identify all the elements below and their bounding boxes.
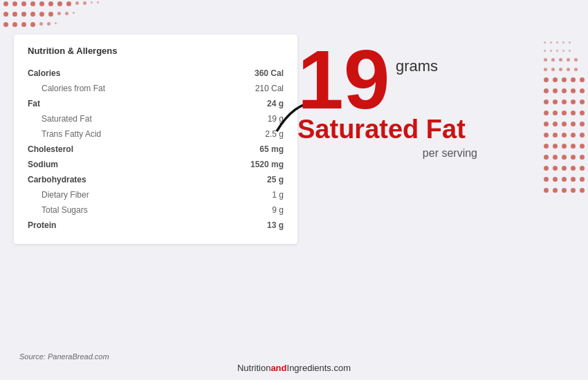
dot	[562, 122, 567, 126]
dot	[544, 122, 549, 126]
dot	[551, 68, 555, 71]
dot	[48, 1, 53, 6]
table-row: Protein13 g	[28, 218, 284, 233]
dot	[571, 99, 576, 104]
dot	[544, 188, 549, 193]
dot	[3, 1, 8, 6]
dot	[580, 133, 585, 137]
dot	[571, 188, 576, 193]
nutrient-label: Sodium	[28, 157, 207, 172]
dot	[580, 144, 585, 149]
dot	[580, 122, 585, 126]
dot	[66, 1, 71, 6]
dot	[21, 12, 26, 17]
big-stat: 19 grams Saturated Fat per serving	[297, 38, 477, 160]
dot	[544, 133, 549, 137]
dot	[550, 41, 552, 44]
dot	[544, 41, 546, 44]
nutrient-label: Calories from Fat	[28, 81, 207, 96]
dot	[580, 88, 585, 93]
dot	[39, 1, 44, 6]
dot	[559, 58, 562, 61]
table-row: Fat24 g	[28, 96, 284, 111]
dot	[30, 1, 35, 6]
dot	[562, 155, 567, 160]
stat-sublabel: per serving	[297, 147, 477, 160]
footer-suffix: Ingredients.com	[287, 363, 351, 373]
dot	[57, 12, 61, 15]
nutrient-value: 25 g	[207, 172, 284, 187]
dot	[544, 177, 549, 182]
dot	[39, 12, 44, 17]
dot	[553, 144, 558, 149]
dot	[55, 22, 57, 24]
dot	[571, 155, 576, 160]
dot	[30, 22, 35, 27]
table-row: Calories from Fat210 Cal	[28, 81, 284, 96]
table-row: Cholesterol65 mg	[28, 142, 284, 157]
footer-highlight: and	[270, 363, 286, 373]
dot	[562, 177, 567, 182]
dot	[553, 88, 558, 93]
dot	[91, 1, 93, 3]
nutrient-label: Cholesterol	[28, 142, 207, 157]
decoration-dots-top	[3, 1, 99, 30]
nutrient-label: Total Sugars	[28, 202, 207, 218]
dot	[553, 133, 558, 137]
dot	[571, 122, 576, 126]
stat-number: 19	[297, 38, 389, 121]
dot	[83, 1, 86, 5]
dot	[75, 1, 79, 5]
dot	[544, 77, 549, 82]
dot	[97, 1, 99, 3]
dot	[553, 177, 558, 182]
dot	[559, 68, 562, 71]
dot	[553, 122, 558, 126]
dot	[580, 99, 585, 104]
dot	[3, 22, 8, 27]
dot	[571, 144, 576, 149]
table-row: Saturated Fat19 g	[28, 111, 284, 126]
dot	[580, 188, 585, 193]
dot	[544, 68, 547, 71]
dot	[562, 77, 567, 82]
table-row: Trans Fatty Acid2.5 g	[28, 126, 284, 142]
dot	[562, 111, 567, 115]
dot	[571, 166, 576, 171]
dot	[39, 22, 43, 26]
dot	[562, 133, 567, 137]
dot	[571, 77, 576, 82]
table-row: Sodium1520 mg	[28, 157, 284, 172]
nutrient-label: Dietary Fiber	[28, 187, 207, 202]
dot	[553, 99, 558, 104]
nutrition-table: Calories360 CalCalories from Fat210 CalF…	[28, 66, 284, 233]
dot	[12, 22, 17, 27]
dot	[580, 77, 585, 82]
table-row: Total Sugars9 g	[28, 202, 284, 218]
dot	[73, 12, 75, 14]
nutrient-label: Carbohydrates	[28, 172, 207, 187]
footer: NutritionandIngredients.com	[0, 363, 588, 373]
dot	[553, 166, 558, 171]
dot	[544, 50, 546, 52]
dot	[553, 77, 558, 82]
dot	[562, 144, 567, 149]
dot	[544, 166, 549, 171]
table-row: Dietary Fiber1 g	[28, 187, 284, 202]
dot	[562, 41, 564, 44]
dot	[3, 12, 8, 17]
dot	[571, 133, 576, 137]
decoration-dots-right	[544, 41, 585, 196]
dot	[48, 12, 53, 17]
stat-label: Saturated Fat	[297, 115, 477, 144]
dot	[562, 88, 567, 93]
dot	[544, 99, 549, 104]
dot	[30, 12, 35, 17]
dot	[580, 111, 585, 115]
dot	[580, 155, 585, 160]
dot	[12, 1, 17, 6]
dot	[544, 88, 549, 93]
nutrient-label: Trans Fatty Acid	[28, 126, 207, 142]
dot	[57, 1, 62, 6]
dot	[580, 177, 585, 182]
